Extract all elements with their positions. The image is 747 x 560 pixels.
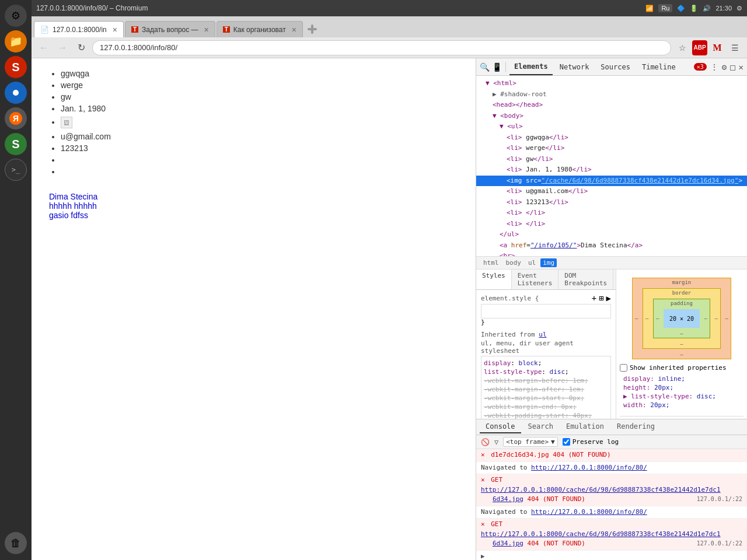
- tree-br-1[interactable]: <br>: [476, 251, 747, 257]
- devtools-dock-icon[interactable]: □: [730, 62, 735, 72]
- tab-close-3[interactable]: ×: [292, 25, 296, 34]
- link-gasio[interactable]: gasio fdfss: [49, 211, 88, 220]
- bookmark-icon[interactable]: ☆: [675, 40, 690, 55]
- add-style-icon[interactable]: +: [592, 293, 596, 303]
- taskbar-settings-icon[interactable]: ⚙: [5, 5, 27, 27]
- tab-close-2[interactable]: ×: [204, 25, 209, 34]
- taskbar-trash-icon[interactable]: 🗑: [5, 532, 27, 554]
- error-badge: ✕3: [694, 63, 707, 71]
- tree-li-3[interactable]: <li> gw</li>: [476, 154, 747, 165]
- devtools-search-icon[interactable]: 🔍: [480, 62, 490, 72]
- tab-1[interactable]: 📄 127.0.0.1:8000/in ×: [34, 21, 124, 37]
- console-area[interactable]: ✕ d1e7dc16d34.jpg 404 (NOT FOUND) Naviga…: [476, 449, 747, 560]
- tree-li-8[interactable]: <li> </li>: [476, 219, 747, 230]
- taskbar-terminal-icon[interactable]: >_: [5, 159, 27, 181]
- tab-styles[interactable]: Styles: [476, 270, 512, 289]
- devtools-toolbar: 🔍 📱 Elements Network Sources Timeline ✕3…: [476, 58, 747, 76]
- tree-ul-close[interactable]: </ul>: [476, 229, 747, 240]
- console-entry-4: Navigated to http://127.0.0.1:8000/info/…: [476, 506, 747, 519]
- navigated-link-1[interactable]: http://127.0.0.1:8000/info/80/: [531, 464, 647, 471]
- link-dima[interactable]: Dima Stecina: [49, 192, 97, 201]
- tab-close-1[interactable]: ×: [113, 25, 117, 34]
- navbar: ← → ↻ 127.0.0.1:8000/info/80/ ☆ ABP M ☰: [32, 37, 747, 58]
- bc-body[interactable]: body: [503, 258, 523, 267]
- tree-li-5[interactable]: <li> u@gmail.com</li>: [476, 186, 747, 197]
- frame-selector[interactable]: <top frame> ▼: [503, 437, 557, 447]
- tab-label-3: Как организоват: [233, 26, 286, 34]
- inherited-link[interactable]: ul: [539, 331, 546, 338]
- console-tab-console[interactable]: Console: [480, 421, 521, 433]
- bc-ul[interactable]: ul: [526, 258, 538, 267]
- tab-3[interactable]: Т Как организоват ×: [217, 21, 303, 37]
- tree-ul[interactable]: ▼ <ul>: [476, 121, 747, 132]
- error-icon-3: ✕: [481, 476, 485, 484]
- adblock-icon[interactable]: ABP: [692, 40, 707, 55]
- devtools-mobile-icon[interactable]: 📱: [492, 62, 502, 72]
- devtools-close-icon[interactable]: ✕: [739, 62, 743, 72]
- keyboard-lang: Ru: [658, 4, 672, 12]
- forward-button[interactable]: →: [55, 40, 70, 55]
- tree-li-1[interactable]: <li> ggwqga</li>: [476, 132, 747, 144]
- get-link-2b[interactable]: 6d34.jpg: [493, 540, 523, 547]
- console-tab-search[interactable]: Search: [522, 421, 559, 433]
- console-clear-icon[interactable]: 🚫: [481, 438, 490, 446]
- taskbar-yandex-icon[interactable]: Я: [5, 107, 27, 130]
- devtools-settings-icon[interactable]: ⚙: [722, 62, 727, 72]
- get-link-1b[interactable]: 6d34.jpg: [493, 495, 523, 503]
- menu-icon[interactable]: ☰: [727, 40, 742, 55]
- tab-2[interactable]: Т Задать вопрос — ×: [125, 21, 215, 37]
- tab-dom-breakpoints[interactable]: DOM Breakpoints: [558, 270, 613, 289]
- rule-2: list-style-type: disc;: [484, 368, 608, 376]
- preserve-log-checkbox[interactable]: [563, 438, 570, 446]
- devtools-tab-network[interactable]: Network: [555, 58, 594, 75]
- taskbar-chrome-icon[interactable]: [5, 82, 27, 104]
- tree-li-2[interactable]: <li> werge</li>: [476, 143, 747, 154]
- tree-head[interactable]: <head></head>: [476, 100, 747, 111]
- prop-height: height: 20px;: [623, 384, 740, 391]
- taskbar-skype-icon[interactable]: S: [5, 133, 27, 155]
- devtools-tab-sources[interactable]: Sources: [596, 58, 635, 75]
- tab-event-listeners[interactable]: Event Listeners: [512, 270, 559, 289]
- tree-li-7[interactable]: <li> </li>: [476, 208, 747, 219]
- console-more-button[interactable]: ▶: [481, 552, 485, 560]
- tree-shadow[interactable]: ▶ #shadow-root: [476, 89, 747, 100]
- get-link-2[interactable]: http://127.0.0.1:8000/cache/6d/98/6d9888…: [481, 530, 721, 538]
- console-tab-rendering[interactable]: Rendering: [611, 421, 661, 433]
- back-button[interactable]: ←: [36, 40, 51, 55]
- console-entry-2: Navigated to http://127.0.0.1:8000/info/…: [476, 462, 747, 475]
- play-style-icon[interactable]: ▶: [606, 293, 611, 303]
- devtools-tab-elements[interactable]: Elements: [509, 58, 553, 75]
- error-icon-5: ✕: [481, 520, 485, 528]
- bc-html[interactable]: html: [481, 258, 501, 267]
- tree-html[interactable]: ▼ <html>: [476, 78, 747, 89]
- address-bar[interactable]: 127.0.0.1:8000/info/80/: [92, 40, 671, 55]
- show-inherited-checkbox[interactable]: [620, 364, 627, 372]
- reload-button[interactable]: ↻: [74, 40, 89, 55]
- html-tree[interactable]: ▼ <html> ▶ #shadow-root <head></head> ▼ …: [476, 76, 747, 257]
- gmail-icon[interactable]: M: [710, 40, 725, 55]
- tree-body[interactable]: ▼ <body>: [476, 111, 747, 122]
- tree-img[interactable]: <img src="/cache/6d/98/6d98887338cf438e2…: [476, 176, 747, 187]
- titlebar-left: 127.0.0.1:8000/info/80/ – Chromium: [36, 4, 148, 12]
- bc-img[interactable]: img: [540, 258, 557, 267]
- tab-label-2: Задать вопрос —: [142, 26, 198, 34]
- taskbar-files-icon[interactable]: 📁: [5, 30, 27, 52]
- console-filter-icon[interactable]: ▽: [494, 438, 498, 446]
- taskbar-sublime-icon[interactable]: S: [5, 56, 27, 78]
- console-tab-emulation[interactable]: Emulation: [560, 421, 610, 433]
- devtools-stepover-icon[interactable]: ⋮: [710, 62, 718, 72]
- bluetooth-icon: 🔷: [677, 5, 685, 12]
- rule-7: -webkit-padding-start: 40px;: [484, 411, 608, 419]
- tree-a-1[interactable]: <a href="/info/105/">Dima Stecina</a>: [476, 240, 747, 251]
- tree-li-6[interactable]: <li> 123213</li>: [476, 197, 747, 208]
- get-link-1[interactable]: http://127.0.0.1:8000/cache/6d/98/6d9888…: [481, 486, 721, 494]
- edit-style-icon[interactable]: ⊞: [599, 293, 603, 303]
- devtools-toolbar-right: ✕3 ⋮ ⚙ □ ✕: [694, 62, 743, 72]
- navigated-link-2[interactable]: http://127.0.0.1:8000/info/80/: [531, 508, 647, 516]
- devtools-tab-timeline[interactable]: Timeline: [637, 58, 680, 75]
- console-text-1: d1e7dc16d34.jpg 404 (NOT FOUND): [491, 451, 610, 459]
- tree-li-4[interactable]: <li> Jan. 1, 1980</li>: [476, 164, 747, 176]
- new-tab-button[interactable]: [304, 21, 320, 37]
- styles-body: element.style { + ⊞ ▶: [476, 290, 616, 419]
- link-hhhhh[interactable]: hhhhh hhhhh: [49, 201, 97, 211]
